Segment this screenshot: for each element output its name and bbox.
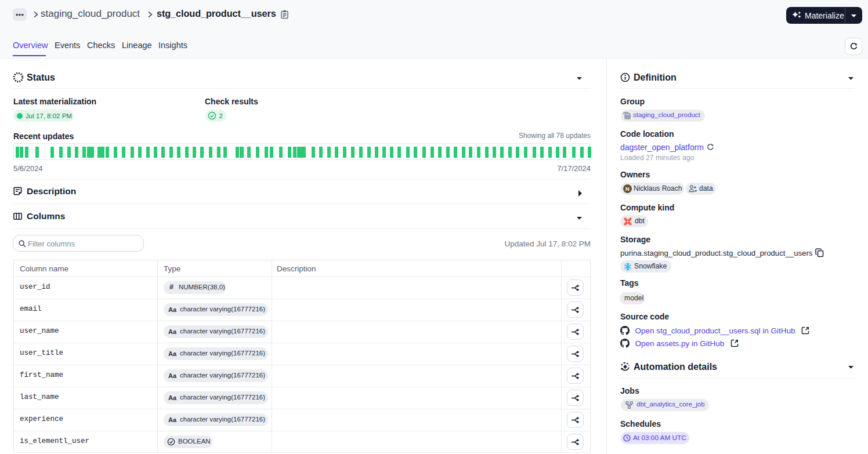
svg-text:N: N — [625, 186, 630, 192]
